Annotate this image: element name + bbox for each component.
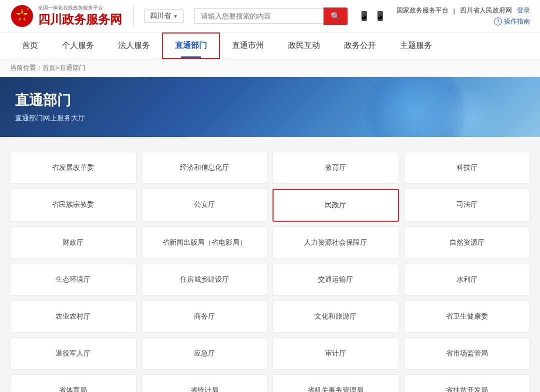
department-item-5[interactable]: 公安厅 — [142, 189, 268, 222]
department-grid: 省发展改革委经济和信息化厅教育厅科技厅省民族宗教委公安厅民政厅司法厅财政厅省新闻… — [10, 152, 530, 392]
wechat-icon[interactable]: 📱 — [358, 10, 370, 21]
guide-link[interactable]: ? 操作指南 — [494, 17, 530, 26]
department-item-23[interactable]: 省市场监管局 — [404, 338, 530, 370]
content-area: 省发展改革委经济和信息化厅教育厅科技厅省民族宗教委公安厅民政厅司法厅财政厅省新闻… — [0, 137, 540, 392]
search-button[interactable]: 🔍 — [324, 7, 348, 25]
department-item-3[interactable]: 科技厅 — [404, 152, 530, 184]
department-item-19[interactable]: 省卫生健康委 — [404, 301, 530, 333]
header-divider — [133, 6, 134, 26]
department-item-18[interactable]: 文化和旅游厅 — [272, 301, 399, 333]
province-label: 四川省 — [150, 11, 171, 20]
header-icons: 📱 📱 — [358, 10, 386, 21]
national-platform-link[interactable]: 国家政务服务平台 — [396, 6, 448, 15]
department-item-24[interactable]: 省体育局 — [10, 375, 136, 392]
breadcrumb-text: 当前位置：首页>直通部门 — [10, 64, 86, 71]
logo-emblem-icon — [10, 4, 34, 28]
department-item-1[interactable]: 经济和信息化厅 — [142, 152, 268, 184]
logo-text-block: 全国一体化在线政务服务平台 四川政务服务网 — [38, 4, 122, 27]
department-item-25[interactable]: 省统计局 — [142, 375, 268, 392]
department-item-6[interactable]: 民政厅 — [272, 189, 399, 222]
department-item-20[interactable]: 退役军人厅 — [10, 338, 136, 370]
department-item-4[interactable]: 省民族宗教委 — [10, 189, 136, 222]
main-nav: 首页个人服务法人服务直通部门直通市州政民互动政务公开主题服务 — [0, 32, 540, 59]
department-item-10[interactable]: 人力资源社会保障厅 — [272, 227, 399, 259]
gov-website-link[interactable]: 四川省人民政府网 — [460, 6, 512, 15]
nav-item-5[interactable]: 政民互动 — [276, 33, 332, 58]
banner-title: 直通部门 — [15, 91, 85, 110]
department-item-17[interactable]: 商务厅 — [142, 301, 268, 333]
question-icon: ? — [494, 17, 502, 25]
department-item-11[interactable]: 自然资源厅 — [404, 227, 530, 259]
department-item-2[interactable]: 教育厅 — [272, 152, 399, 184]
department-item-7[interactable]: 司法厅 — [404, 189, 530, 222]
department-item-13[interactable]: 住房城乡建设厅 — [142, 264, 268, 296]
banner-text: 直通部门 直通部门网上服务大厅 — [15, 91, 85, 123]
department-item-15[interactable]: 水利厅 — [404, 264, 530, 296]
svg-point-3 — [19, 13, 25, 19]
department-item-12[interactable]: 生态环境厅 — [10, 264, 136, 296]
department-item-21[interactable]: 应急厅 — [142, 338, 268, 370]
header: 全国一体化在线政务服务平台 四川政务服务网 四川省 ▼ 🔍 📱 📱 国家政务服务… — [0, 0, 540, 59]
nav-item-3[interactable]: 直通部门 — [162, 32, 220, 59]
logo-area: 全国一体化在线政务服务平台 四川政务服务网 — [10, 4, 122, 28]
department-item-27[interactable]: 省扶贫开发局 — [404, 375, 530, 392]
department-item-8[interactable]: 财政厅 — [10, 227, 136, 259]
province-selector[interactable]: 四川省 ▼ — [144, 9, 184, 23]
search-area: 🔍 — [194, 7, 348, 25]
guide-label: 操作指南 — [504, 17, 530, 26]
department-item-26[interactable]: 省机关事务管理局 — [272, 375, 399, 392]
breadcrumb: 当前位置：首页>直通部门 — [0, 59, 540, 77]
department-item-16[interactable]: 农业农村厅 — [10, 301, 136, 333]
chevron-down-icon: ▼ — [173, 13, 178, 19]
header-links-top: 国家政务服务平台 | 四川省人民政府网 登录 — [396, 6, 530, 15]
header-links: 国家政务服务平台 | 四川省人民政府网 登录 ? 操作指南 — [396, 6, 530, 26]
header-top: 全国一体化在线政务服务平台 四川政务服务网 四川省 ▼ 🔍 📱 📱 国家政务服务… — [0, 0, 540, 32]
nav-inner: 首页个人服务法人服务直通部门直通市州政民互动政务公开主题服务 — [0, 32, 540, 59]
nav-item-0[interactable]: 首页 — [10, 33, 50, 58]
site-title: 四川政务服务网 — [38, 11, 122, 27]
banner-subtitle: 直通部门网上服务大厅 — [15, 114, 85, 123]
department-item-14[interactable]: 交通运输厅 — [272, 264, 399, 296]
nav-item-1[interactable]: 个人服务 — [50, 33, 106, 58]
department-item-0[interactable]: 省发展改革委 — [10, 152, 136, 184]
nav-item-7[interactable]: 主题服务 — [388, 33, 444, 58]
platform-subtitle: 全国一体化在线政务服务平台 — [38, 4, 122, 11]
department-item-9[interactable]: 省新闻出版局（省电影局） — [142, 227, 268, 259]
login-link[interactable]: 登录 — [517, 6, 530, 15]
phone-icon[interactable]: 📱 — [374, 10, 386, 21]
nav-item-6[interactable]: 政务公开 — [332, 33, 388, 58]
department-item-22[interactable]: 审计厅 — [272, 338, 399, 370]
banner: 直通部门 直通部门网上服务大厅 — [0, 77, 540, 137]
nav-item-4[interactable]: 直通市州 — [220, 33, 276, 58]
nav-item-2[interactable]: 法人服务 — [106, 33, 162, 58]
search-input[interactable] — [194, 8, 324, 24]
